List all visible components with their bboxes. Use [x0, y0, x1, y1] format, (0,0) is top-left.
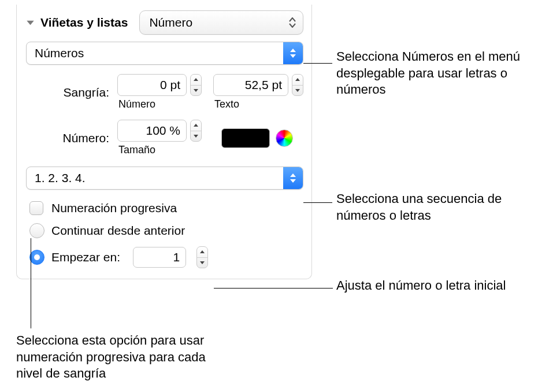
- indent-text-stepper-buttons[interactable]: [292, 74, 303, 96]
- stepper-down-icon[interactable]: [191, 86, 201, 96]
- callout-numbers-popup: Selecciona Números en el menú desplegabl…: [336, 49, 527, 98]
- chevrons-icon: [289, 17, 296, 28]
- number-color-well[interactable]: [221, 128, 270, 148]
- callout-leader: [31, 238, 31, 328]
- number-size-input[interactable]: 100 %: [117, 120, 187, 142]
- continue-radio[interactable]: [29, 223, 44, 238]
- number-size-group: 100 % Tamaño: [117, 120, 202, 156]
- list-type-select[interactable]: Número: [139, 10, 303, 35]
- start-at-radio-row: Empezar en: 1: [29, 246, 303, 268]
- sequence-format-value: 1. 2. 3. 4.: [27, 171, 283, 185]
- panel-inner: Viñetas y listas Número Números Sangría:: [16, 5, 312, 279]
- start-at-label: Empezar en:: [51, 250, 120, 264]
- header-row: Viñetas y listas Número: [26, 10, 303, 35]
- indent-row: Sangría: 0 pt Número 52,5 pt: [26, 74, 303, 110]
- indent-number-stepper: 0 pt: [117, 74, 202, 96]
- indent-text-group: 52,5 pt Texto: [213, 74, 303, 110]
- list-type-value: Número: [149, 16, 192, 29]
- indent-number-input[interactable]: 0 pt: [117, 74, 187, 96]
- callout-tiered-numbering: Selecciona esta opción para usar numerac…: [16, 332, 224, 382]
- tiered-numbering-checkbox[interactable]: [29, 201, 43, 215]
- continue-radio-row: Continuar desde anterior: [29, 223, 303, 238]
- indent-text-sublabel: Texto: [213, 98, 303, 110]
- stepper-up-icon[interactable]: [191, 120, 201, 131]
- disclosure-triangle-icon[interactable]: [26, 19, 35, 27]
- stepper-up-icon[interactable]: [191, 75, 201, 86]
- popup-button-icon: [283, 42, 303, 64]
- stepper-up-icon[interactable]: [292, 75, 303, 86]
- indent-number-group: 0 pt Número: [117, 74, 202, 110]
- continue-radio-label: Continuar desde anterior: [51, 224, 185, 238]
- number-size-stepper-buttons[interactable]: [190, 120, 202, 142]
- popup-button-icon: [283, 167, 303, 189]
- numbers-format-popup[interactable]: Números: [26, 42, 303, 65]
- indent-text-stepper: 52,5 pt: [213, 74, 303, 96]
- start-at-input[interactable]: 1: [133, 247, 186, 268]
- number-size-stepper: 100 %: [117, 120, 202, 142]
- callout-start-at: Ajusta el número o letra inicial: [336, 278, 515, 294]
- start-at-stepper-buttons[interactable]: [196, 246, 208, 268]
- stepper-down-icon[interactable]: [292, 86, 303, 96]
- bullets-lists-panel: Viñetas y listas Número Números Sangría:: [16, 5, 312, 279]
- callout-leader: [303, 202, 332, 203]
- start-at-radio[interactable]: [29, 250, 44, 265]
- numbers-format-value: Números: [27, 46, 283, 60]
- stepper-down-icon[interactable]: [191, 131, 201, 142]
- indent-text-input[interactable]: 52,5 pt: [213, 74, 288, 96]
- sequence-format-popup[interactable]: 1. 2. 3. 4.: [26, 167, 303, 190]
- indent-label: Sangría:: [26, 86, 117, 99]
- stepper-up-icon[interactable]: [197, 247, 207, 258]
- color-picker-icon[interactable]: [276, 130, 293, 147]
- tiered-numbering-row: Numeración progresiva: [29, 201, 303, 215]
- number-label: Número:: [26, 131, 117, 145]
- indent-number-sublabel: Número: [117, 98, 202, 110]
- number-size-sublabel: Tamaño: [117, 144, 202, 156]
- callout-leader: [214, 288, 333, 289]
- stepper-down-icon[interactable]: [197, 258, 207, 268]
- section-title: Viñetas y listas: [40, 16, 128, 29]
- callout-sequence-popup: Selecciona una secuencia de números o le…: [336, 191, 515, 224]
- indent-number-stepper-buttons[interactable]: [190, 74, 202, 96]
- tiered-numbering-label: Numeración progresiva: [51, 201, 177, 215]
- callout-leader: [303, 63, 332, 64]
- number-row: Número: 100 % Tamaño: [26, 120, 303, 156]
